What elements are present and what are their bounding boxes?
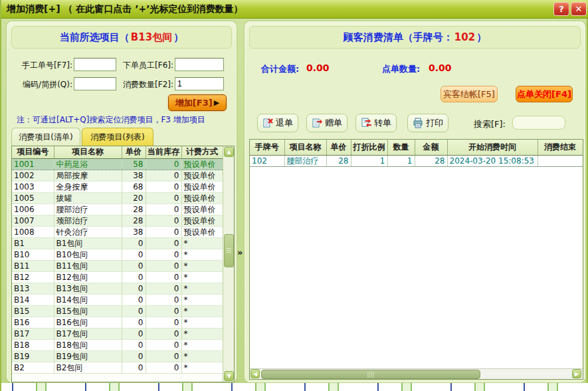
table-row[interactable]: 1008针灸治疗380预设单价 — [12, 226, 223, 237]
table-cell: B2 — [12, 362, 54, 373]
scroll-up-icon[interactable]: ▲ — [224, 147, 234, 157]
table-cell: 38 — [122, 226, 146, 237]
table-row[interactable]: B15B15包间00* — [12, 305, 223, 317]
table-cell: B14包间 — [54, 294, 122, 305]
table-row[interactable]: B13B13包间00* — [12, 283, 223, 294]
add-button[interactable]: 增加[F3] ▶ — [168, 94, 227, 111]
table-cell: 0 — [146, 350, 181, 362]
table-row[interactable]: B14B14包间00* — [12, 294, 223, 305]
table-cell: 102 — [250, 155, 284, 166]
column-header[interactable]: 单价 — [122, 146, 146, 158]
scroll-right-icon[interactable]: ▶ — [572, 369, 581, 378]
column-header[interactable]: 项目编号 — [12, 146, 54, 158]
refund-button[interactable]: 退单 — [257, 114, 298, 132]
tab-items-detail[interactable]: 消费项目(清单) — [11, 128, 80, 146]
table-row[interactable]: B18B18包间00* — [12, 339, 223, 350]
table-cell: B18包间 — [54, 339, 122, 350]
table-cell: B1 — [12, 237, 54, 249]
table-cell: 0 — [146, 317, 181, 328]
table-cell: B15包间 — [54, 305, 122, 317]
table-row[interactable]: 1001中药足浴580预设单价 — [12, 158, 223, 170]
right-title-suffix: ） — [476, 31, 486, 44]
table-row[interactable]: 1005拔罐200预设单价 — [12, 192, 223, 203]
items-vscrollbar[interactable]: ▲ ▼ — [223, 146, 234, 382]
table-cell: B17包间 — [54, 328, 122, 339]
column-header[interactable]: 开始消费时间 — [447, 140, 538, 155]
column-header[interactable]: 金额 — [415, 140, 447, 155]
add-consumption-dialog: 增加消费[+] （ 在此窗口点击 ’+’光标定位到消费数量） ? ✕ 当前所选项… — [0, 0, 588, 391]
total-amount-label: 合计金额: — [261, 63, 299, 75]
items-vscroll-thumb[interactable] — [224, 234, 234, 267]
customer-order-panel: 顾客消费清单（手牌号：102） 合计金额: 0.00 点单数量: 0.00 宾客… — [245, 21, 585, 382]
table-row[interactable]: 1006腰部治疗280预设单价 — [12, 203, 223, 215]
transfer-label: 转单 — [374, 117, 391, 129]
column-header[interactable]: 打折比例 — [351, 140, 387, 155]
scroll-down-icon[interactable]: ▼ — [224, 371, 234, 381]
qty-input[interactable] — [175, 77, 224, 90]
table-row[interactable]: B10B10包间00* — [12, 249, 223, 260]
close-button[interactable]: ✕ — [571, 2, 587, 16]
panel-splitter[interactable]: » — [237, 21, 245, 382]
table-row[interactable]: B11B11包间00* — [12, 260, 223, 271]
table-row[interactable]: 102腰部治疗2811282024-03-20 15:08:53 — [250, 155, 583, 166]
table-row[interactable]: B16B16包间00* — [12, 317, 223, 328]
table-cell: 0 — [146, 271, 181, 283]
gift-button[interactable]: 赠单 — [306, 114, 347, 132]
left-panel-title: 当前所选项目（B13包间） — [11, 26, 232, 49]
title-bar[interactable]: 增加消费[+] （ 在此窗口点击 ’+’光标定位到消费数量） ? ✕ — [1, 0, 588, 19]
help-button[interactable]: ? — [553, 2, 569, 16]
table-cell: B16包间 — [54, 317, 122, 328]
guest-checkout-button[interactable]: 宾客结帐[F5] — [441, 86, 498, 102]
transfer-button[interactable]: 转单 — [355, 114, 397, 132]
table-cell: 0 — [146, 305, 181, 317]
orders-hscroll-thumb[interactable] — [261, 370, 480, 379]
qty-label: 消费数量[F2]: — [115, 79, 173, 90]
table-cell: 0 — [146, 260, 181, 271]
splitter-chevron-icon: » — [237, 247, 243, 257]
table-cell: 0 — [122, 237, 146, 249]
table-cell: B12包间 — [54, 271, 122, 283]
table-cell: 1008 — [12, 226, 54, 237]
table-cell: 0 — [146, 339, 181, 350]
table-cell: B16 — [12, 317, 54, 328]
table-row[interactable]: 1003全身按摩680预设单价 — [12, 181, 223, 192]
scroll-left-icon[interactable]: ◀ — [250, 369, 260, 378]
manual-no-input[interactable] — [74, 58, 116, 71]
table-cell: 1007 — [12, 215, 54, 226]
column-header[interactable]: 数量 — [387, 140, 415, 155]
staff-input[interactable] — [175, 58, 224, 71]
table-cell: B13包间 — [54, 283, 122, 294]
items-hscroll-track[interactable] — [12, 373, 223, 381]
checkout-label: 宾客结帐[F5] — [443, 88, 495, 100]
table-cell: 0 — [122, 249, 146, 260]
table-cell: 1 — [351, 155, 387, 166]
table-row[interactable]: 1007颈部治疗280预设单价 — [12, 215, 223, 226]
table-row[interactable]: B17B17包间00* — [12, 328, 223, 339]
tab-items-list[interactable]: 消费项目(列表) — [82, 128, 153, 146]
column-header[interactable]: 消费结束 — [538, 140, 583, 155]
column-header[interactable]: 手牌号 — [250, 140, 284, 155]
table-row[interactable]: B1B1包间00* — [12, 237, 223, 249]
column-header[interactable]: 计费方式 — [181, 146, 223, 158]
table-row[interactable]: B19B19包间00* — [12, 350, 223, 362]
table-row[interactable]: 1002局部按摩380预设单价 — [12, 170, 223, 181]
search-input[interactable] — [512, 116, 565, 130]
close-order-button[interactable]: 点单关闭[F4] — [516, 86, 573, 102]
orders-hscrollbar[interactable]: ◀ ▶ — [250, 368, 583, 379]
refund-label: 退单 — [276, 117, 293, 129]
table-cell: B17 — [12, 328, 54, 339]
print-button[interactable]: 打印 — [407, 114, 448, 132]
table-row[interactable]: B2B2包间00* — [12, 362, 223, 373]
column-header[interactable]: 当前库存 — [146, 146, 181, 158]
column-header[interactable]: 单价 — [326, 140, 351, 155]
tab-label: 消费项目(清单) — [19, 132, 72, 143]
table-row[interactable]: B12B12包间00* — [12, 271, 223, 283]
table-cell: 28 — [326, 155, 351, 166]
manual-no-label: 手工单号[F7]: — [14, 60, 72, 71]
code-input[interactable] — [74, 77, 116, 90]
column-header[interactable]: 项目名称 — [284, 140, 326, 155]
table-cell: B1包间 — [54, 237, 122, 249]
column-header[interactable]: 项目名称 — [54, 146, 122, 158]
table-cell: 0 — [146, 170, 181, 181]
table-cell: * — [181, 362, 223, 373]
